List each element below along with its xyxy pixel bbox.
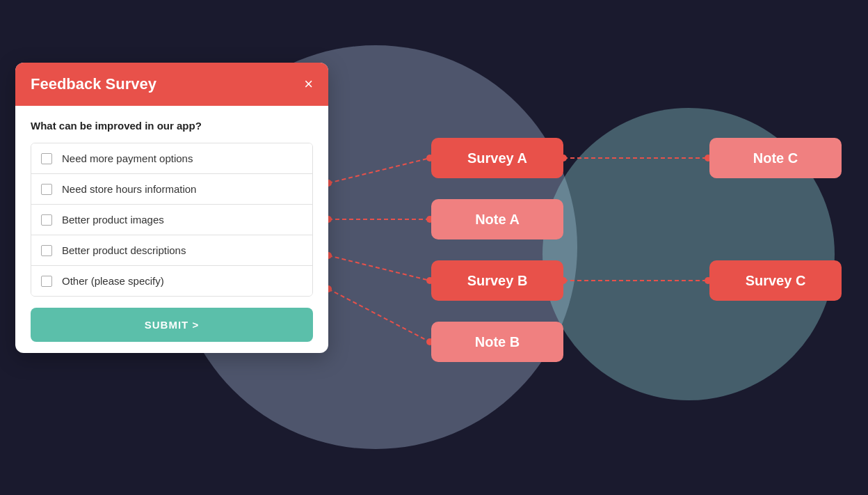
option-label-2: Need store hours information — [62, 183, 196, 195]
option-item-4[interactable]: Better product descriptions — [31, 235, 312, 266]
node-survey-a-label: Survey A — [467, 150, 527, 166]
survey-question: What can be improved in our app? — [31, 120, 313, 132]
node-note-b[interactable]: Note B — [431, 322, 563, 362]
node-note-a-label: Note A — [475, 212, 520, 228]
checkbox-1[interactable] — [41, 153, 52, 164]
node-survey-a[interactable]: Survey A — [431, 138, 563, 178]
close-button[interactable]: × — [304, 77, 313, 92]
option-item-3[interactable]: Better product images — [31, 205, 312, 235]
node-survey-c-label: Survey C — [746, 273, 806, 289]
node-survey-b[interactable]: Survey B — [431, 260, 563, 301]
node-note-c[interactable]: Note C — [709, 138, 842, 178]
option-label-3: Better product images — [62, 214, 164, 226]
survey-card: Feedback Survey × What can be improved i… — [15, 63, 328, 353]
checkbox-3[interactable] — [41, 214, 52, 226]
survey-body: What can be improved in our app? Need mo… — [15, 106, 328, 353]
checkbox-5[interactable] — [41, 276, 52, 287]
checkbox-4[interactable] — [41, 245, 52, 256]
option-label-1: Need more payment options — [62, 152, 193, 164]
scene: Feedback Survey × What can be improved i… — [0, 0, 868, 495]
node-survey-b-label: Survey B — [467, 273, 528, 289]
submit-button[interactable]: SUBMIT > — [31, 308, 313, 342]
option-item-1[interactable]: Need more payment options — [31, 143, 312, 174]
option-label-4: Better product descriptions — [62, 244, 186, 256]
checkbox-2[interactable] — [41, 184, 52, 195]
options-list: Need more payment options Need store hou… — [31, 143, 313, 297]
node-note-b-label: Note B — [475, 334, 520, 350]
survey-title: Feedback Survey — [31, 75, 156, 93]
option-label-5: Other (please specify) — [62, 275, 164, 287]
node-note-a[interactable]: Note A — [431, 199, 563, 239]
node-survey-c[interactable]: Survey C — [709, 260, 842, 301]
node-note-c-label: Note C — [753, 150, 798, 166]
option-item-5[interactable]: Other (please specify) — [31, 266, 312, 296]
option-item-2[interactable]: Need store hours information — [31, 174, 312, 205]
survey-header: Feedback Survey × — [15, 63, 328, 106]
